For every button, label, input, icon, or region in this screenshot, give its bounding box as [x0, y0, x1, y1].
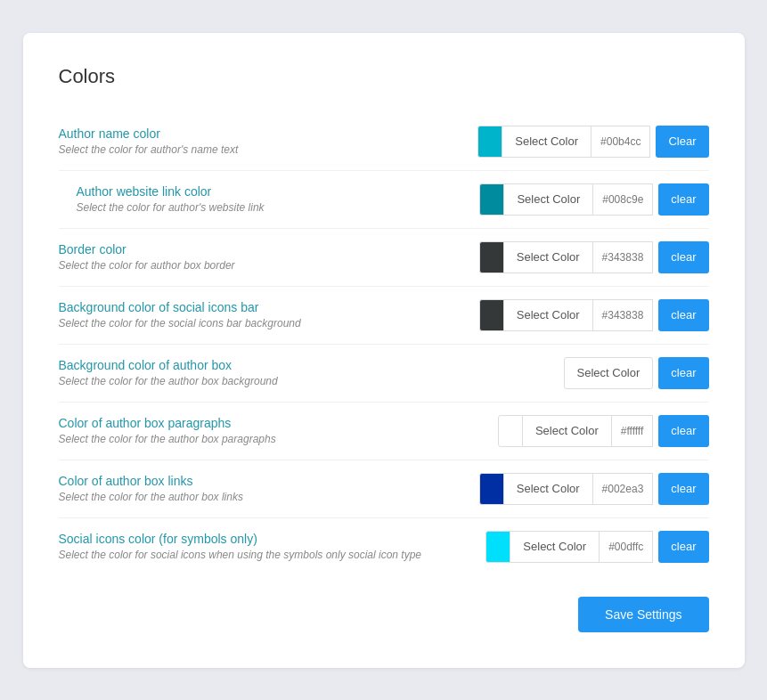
select-color-button-social-icons-bar-bg-color[interactable]: Select Color: [504, 299, 593, 331]
color-swatch-author-box-links-color[interactable]: [479, 473, 504, 505]
color-swatch-social-icons-color[interactable]: [485, 531, 510, 563]
color-hex-author-box-links-color: #002ea3: [593, 473, 654, 505]
clear-button-author-box-paragraphs-color[interactable]: clear: [658, 415, 708, 447]
select-color-button-author-box-bg-color[interactable]: Select Color: [564, 357, 654, 389]
color-hex-social-icons-color: #00dffc: [600, 531, 653, 563]
color-swatch-author-website-link-color[interactable]: [479, 183, 504, 216]
row-control-author-box-paragraphs-color: Select Color#ffffffclear: [498, 415, 709, 447]
row-label-author-box-paragraphs-color: Color of author box paragraphsSelect the…: [59, 416, 498, 445]
row-control-social-icons-bar-bg-color: Select Color#343838clear: [479, 299, 709, 331]
select-color-button-author-box-links-color[interactable]: Select Color: [504, 473, 593, 505]
colors-card: Colors Author name colorSelect the color…: [23, 33, 745, 668]
row-label-author-box-links-color: Color of author box linksSelect the colo…: [59, 474, 479, 503]
row-title-author-website-link-color: Author website link color: [77, 184, 480, 199]
row-label-author-name-color: Author name colorSelect the color for au…: [59, 126, 478, 156]
clear-button-author-website-link-color[interactable]: clear: [658, 183, 708, 216]
row-control-author-website-link-color: Select Color#008c9eclear: [479, 183, 708, 216]
color-hex-social-icons-bar-bg-color: #343838: [593, 299, 654, 331]
row-desc-border-color: Select the color for author box border: [59, 259, 479, 272]
row-title-author-box-bg-color: Background color of author box: [59, 358, 564, 372]
select-color-button-social-icons-color[interactable]: Select Color: [510, 531, 600, 563]
color-row: Background color of social icons barSele…: [59, 287, 709, 345]
color-hex-author-website-link-color: #008c9e: [593, 183, 653, 216]
save-settings-button[interactable]: Save Settings: [578, 597, 708, 632]
row-label-border-color: Border colorSelect the color for author …: [59, 242, 479, 272]
clear-button-social-icons-bar-bg-color[interactable]: clear: [658, 299, 708, 331]
save-row: Save Settings: [59, 597, 709, 632]
select-color-button-border-color[interactable]: Select Color: [504, 241, 593, 273]
row-desc-author-box-paragraphs-color: Select the color for the author box para…: [59, 433, 498, 445]
select-color-button-author-website-link-color[interactable]: Select Color: [504, 183, 593, 216]
row-desc-social-icons-color: Select the color for social icons when u…: [59, 549, 486, 561]
page-title: Colors: [59, 65, 709, 88]
select-color-button-author-box-paragraphs-color[interactable]: Select Color: [523, 415, 612, 447]
color-row: Background color of author boxSelect the…: [59, 345, 709, 403]
color-swatch-border-color[interactable]: [479, 241, 504, 273]
color-row: Border colorSelect the color for author …: [59, 229, 709, 287]
row-label-author-website-link-color: Author website link colorSelect the colo…: [59, 184, 480, 214]
row-title-social-icons-color: Social icons color (for symbols only): [59, 532, 486, 546]
row-control-border-color: Select Color#343838clear: [479, 241, 709, 273]
row-title-border-color: Border color: [59, 242, 479, 256]
color-hex-border-color: #343838: [593, 241, 654, 273]
clear-button-author-box-bg-color[interactable]: clear: [658, 357, 708, 389]
row-label-author-box-bg-color: Background color of author boxSelect the…: [59, 358, 564, 387]
color-row: Author name colorSelect the color for au…: [59, 113, 709, 171]
color-swatch-author-name-color[interactable]: [477, 126, 502, 158]
row-label-social-icons-color: Social icons color (for symbols only)Sel…: [59, 532, 486, 561]
row-desc-author-name-color: Select the color for author's name text: [59, 143, 478, 156]
row-desc-author-website-link-color: Select the color for author's website li…: [77, 201, 480, 214]
row-title-author-box-paragraphs-color: Color of author box paragraphs: [59, 416, 498, 430]
row-title-social-icons-bar-bg-color: Background color of social icons bar: [59, 300, 479, 314]
row-control-author-box-links-color: Select Color#002ea3clear: [479, 473, 709, 505]
color-hex-author-name-color: #00b4cc: [592, 126, 650, 158]
row-control-author-box-bg-color: Select Colorclear: [564, 357, 709, 389]
color-swatch-social-icons-bar-bg-color[interactable]: [479, 299, 504, 331]
row-title-author-box-links-color: Color of author box links: [59, 474, 479, 488]
row-label-social-icons-bar-bg-color: Background color of social icons barSele…: [59, 300, 479, 330]
clear-button-social-icons-color[interactable]: clear: [658, 531, 708, 563]
color-hex-author-box-paragraphs-color: #ffffff: [612, 415, 654, 447]
clear-button-author-name-color[interactable]: Clear: [656, 126, 708, 158]
color-rows-container: Author name colorSelect the color for au…: [59, 113, 709, 575]
color-row: Author website link colorSelect the colo…: [59, 171, 709, 229]
row-title-author-name-color: Author name color: [59, 126, 478, 141]
row-control-social-icons-color: Select Color#00dffcclear: [485, 531, 708, 563]
select-color-button-author-name-color[interactable]: Select Color: [502, 126, 592, 158]
clear-button-border-color[interactable]: clear: [658, 241, 708, 273]
row-control-author-name-color: Select Color#00b4ccClear: [477, 126, 708, 158]
color-row: Social icons color (for symbols only)Sel…: [59, 518, 709, 575]
color-row: Color of author box linksSelect the colo…: [59, 460, 709, 518]
row-desc-author-box-bg-color: Select the color for the author box back…: [59, 375, 564, 387]
clear-button-author-box-links-color[interactable]: clear: [658, 473, 708, 505]
color-swatch-author-box-paragraphs-color[interactable]: [498, 415, 523, 447]
row-desc-social-icons-bar-bg-color: Select the color for the social icons ba…: [59, 317, 479, 330]
row-desc-author-box-links-color: Select the color for the author box link…: [59, 491, 479, 503]
color-row: Color of author box paragraphsSelect the…: [59, 403, 709, 460]
